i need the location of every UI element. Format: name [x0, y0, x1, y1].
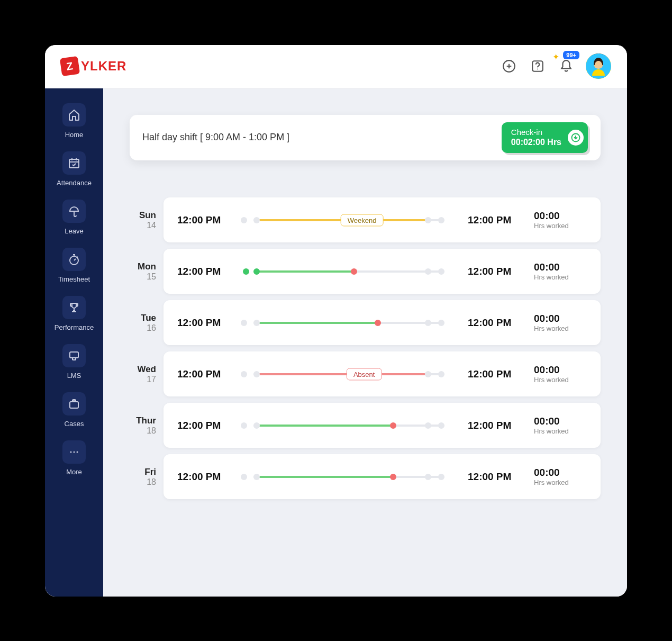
hours-value: 00:00 — [534, 261, 587, 273]
day-date: Mon 15 — [130, 261, 156, 282]
end-time: 12:00 PM — [468, 368, 523, 380]
topbar-actions: ✦ 99+ — [500, 53, 611, 79]
bell-icon — [559, 59, 573, 73]
hours-block: 00:00 Hrs worked — [534, 416, 587, 435]
hours-value: 00:00 — [534, 210, 587, 222]
help-icon — [531, 59, 544, 73]
checkin-button[interactable]: Check-in 00:02:00 Hrs — [502, 122, 588, 154]
hours-label: Hrs worked — [534, 222, 587, 230]
sidebar-item-label: Timesheet — [58, 275, 90, 283]
timeline: Weekend — [241, 214, 457, 227]
timeline — [241, 317, 457, 329]
day-row: Thur 18 12:00 PM — [130, 403, 601, 448]
hours-value: 00:00 — [534, 467, 587, 479]
stopwatch-icon — [68, 253, 80, 266]
notifications-button[interactable]: ✦ 99+ — [557, 57, 575, 75]
start-time: 12:00 PM — [177, 420, 230, 431]
day-card[interactable]: 12:00 PM 12:00 PM 00:00 — [164, 403, 601, 448]
day-number: 17 — [130, 375, 156, 384]
help-button[interactable] — [529, 57, 547, 75]
hours-block: 00:00 Hrs worked — [534, 313, 587, 332]
svg-rect-21 — [70, 352, 78, 358]
day-card[interactable]: 12:00 PM 12:00 PM 00:00 — [164, 249, 601, 294]
day-card[interactable]: 12:00 PM Weekend 12:00 PM 00:00 — [164, 197, 601, 242]
day-name: Mon — [130, 261, 156, 272]
day-date: Thur 18 — [130, 416, 156, 436]
user-avatar[interactable] — [586, 53, 611, 79]
umbrella-icon — [68, 205, 80, 218]
status-badge: Absent — [347, 368, 382, 380]
day-number: 14 — [130, 221, 156, 230]
checkin-time: 00:02:00 Hrs — [511, 137, 561, 148]
sidebar-item-label: Cases — [65, 420, 84, 428]
presentation-icon — [68, 349, 80, 362]
sidebar-item-performance[interactable]: Performance — [45, 296, 103, 331]
plus-circle-icon — [502, 59, 516, 73]
day-date: Wed 17 — [130, 364, 156, 384]
home-icon — [68, 109, 80, 121]
notifications-badge: 99+ — [563, 51, 579, 59]
sidebar: Home Attendance Leave Timesheet Performa… — [45, 88, 103, 597]
hours-value: 00:00 — [534, 416, 587, 427]
svg-line-17 — [77, 257, 78, 258]
svg-line-14 — [74, 259, 76, 260]
sidebar-item-attendance[interactable]: Attendance — [45, 151, 103, 187]
hours-label: Hrs worked — [534, 273, 587, 281]
timeline — [241, 471, 457, 483]
day-card[interactable]: 12:00 PM 12:00 PM 00:00 — [164, 300, 601, 345]
brand-logo[interactable]: Z YLKER — [61, 57, 126, 75]
svg-point-27 — [70, 451, 72, 453]
day-number: 16 — [130, 323, 156, 333]
svg-rect-7 — [69, 159, 79, 168]
hours-label: Hrs worked — [534, 376, 587, 384]
hours-label: Hrs worked — [534, 427, 587, 435]
brand-mark: Z — [60, 56, 80, 76]
more-icon — [68, 446, 80, 458]
hours-label: Hrs worked — [534, 324, 587, 332]
add-button[interactable] — [500, 57, 518, 75]
day-row: Sun 14 12:00 PM Weekend — [130, 197, 601, 242]
svg-point-4 — [537, 69, 538, 70]
sidebar-item-lms[interactable]: LMS — [45, 344, 103, 380]
hours-block: 00:00 Hrs worked — [534, 210, 587, 230]
hours-value: 00:00 — [534, 364, 587, 376]
sidebar-item-cases[interactable]: Cases — [45, 392, 103, 428]
avatar-icon — [586, 53, 611, 79]
day-row: Tue 16 12:00 PM — [130, 300, 601, 345]
day-card[interactable]: 12:00 PM Absent 12:00 PM 00:00 — [164, 351, 601, 396]
sparkle-icon: ✦ — [552, 52, 559, 62]
briefcase-icon — [68, 398, 80, 410]
sidebar-item-home[interactable]: Home — [45, 103, 103, 139]
day-name: Wed — [130, 364, 156, 375]
start-time: 12:00 PM — [177, 214, 230, 226]
sidebar-item-label: Leave — [65, 227, 83, 235]
checkin-label: Check-in — [511, 128, 561, 138]
end-time: 12:00 PM — [468, 214, 523, 226]
day-card[interactable]: 12:00 PM 12:00 PM 00:00 — [164, 454, 601, 499]
day-number: 15 — [130, 272, 156, 282]
hours-block: 00:00 Hrs worked — [534, 467, 587, 486]
brand-name: YLKER — [81, 59, 126, 74]
calendar-check-icon — [68, 157, 80, 169]
day-row: Mon 15 12:00 PM — [130, 249, 601, 294]
sidebar-item-more[interactable]: More — [45, 440, 103, 476]
sidebar-item-timesheet[interactable]: Timesheet — [45, 248, 103, 283]
hours-label: Hrs worked — [534, 479, 587, 486]
day-date: Tue 16 — [130, 313, 156, 333]
day-number: 18 — [130, 426, 156, 436]
start-time: 12:00 PM — [177, 471, 230, 483]
sidebar-item-label: LMS — [67, 372, 81, 380]
day-date: Fri 18 — [130, 467, 156, 487]
timeline — [241, 419, 457, 432]
day-date: Sun 14 — [130, 210, 156, 230]
status-badge: Weekend — [341, 214, 384, 226]
top-bar: Z YLKER ✦ 99+ — [45, 45, 627, 88]
sidebar-item-leave[interactable]: Leave — [45, 200, 103, 235]
day-name: Sun — [130, 210, 156, 221]
hours-block: 00:00 Hrs worked — [534, 364, 587, 384]
timeline — [241, 265, 457, 278]
hours-value: 00:00 — [534, 313, 587, 324]
day-number: 18 — [130, 477, 156, 487]
shift-description: Half day shift [ 9:00 AM - 1:00 PM ] — [142, 132, 289, 143]
main-layout: Home Attendance Leave Timesheet Performa… — [45, 88, 627, 597]
